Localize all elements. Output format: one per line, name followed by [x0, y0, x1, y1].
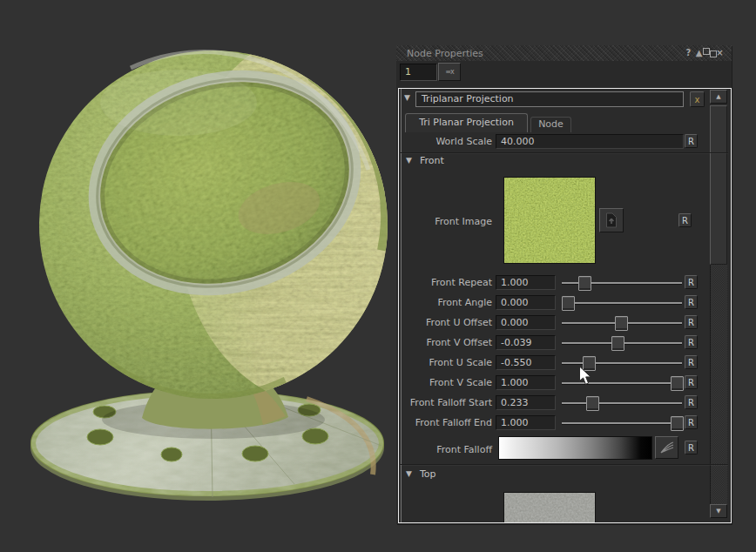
- slider-handle[interactable]: [611, 336, 624, 351]
- node-title-field[interactable]: Triplanar Projection: [415, 91, 684, 107]
- param-label: Front U Offset: [402, 315, 492, 330]
- slider-handle[interactable]: [615, 316, 628, 331]
- scroll-up-icon[interactable]: ▲: [710, 90, 727, 104]
- param-label: Front Falloff End: [402, 415, 492, 430]
- window-title: Node Properties: [396, 48, 483, 59]
- param-label: Front V Offset: [402, 335, 492, 350]
- slider-handle[interactable]: [671, 416, 684, 431]
- world-scale-field[interactable]: 40.000: [496, 134, 684, 149]
- param-slider[interactable]: [560, 295, 684, 310]
- reset-button[interactable]: R: [685, 134, 698, 148]
- top-collapse-icon[interactable]: ▼: [406, 469, 412, 478]
- triplanar-form-panel: ▼ Triplanar Projection x ▲ ▼ Tri Planar …: [398, 88, 732, 523]
- falloff-curve-icon[interactable]: [655, 436, 678, 459]
- top-section-label: Top: [420, 468, 436, 480]
- param-value-field[interactable]: 1.000: [496, 415, 556, 430]
- slider-handle[interactable]: [671, 376, 684, 391]
- filter-icon[interactable]: ≡x: [438, 63, 461, 81]
- top-image-thumbnail[interactable]: [503, 492, 596, 523]
- section-divider: [400, 464, 728, 465]
- reset-button[interactable]: R: [685, 395, 698, 409]
- front-collapse-icon[interactable]: ▼: [406, 156, 412, 165]
- param-label: Front Falloff Start: [402, 395, 492, 410]
- param-slider[interactable]: [560, 315, 684, 330]
- param-slider[interactable]: [560, 335, 684, 350]
- tab-node[interactable]: Node: [530, 117, 571, 132]
- preview-viewport[interactable]: [0, 0, 396, 552]
- world-scale-label: World Scale: [402, 134, 492, 149]
- mouse-cursor: [578, 366, 592, 386]
- section-divider: [400, 152, 728, 153]
- reset-button[interactable]: R: [678, 213, 692, 227]
- param-slider[interactable]: [560, 415, 684, 430]
- param-label: Front Repeat: [402, 275, 492, 290]
- reset-button[interactable]: R: [685, 355, 698, 369]
- param-label: Front Angle: [402, 295, 492, 310]
- node-index-field[interactable]: 1: [400, 64, 437, 81]
- param-value-field[interactable]: -0.039: [496, 335, 556, 350]
- param-value-field[interactable]: 0.000: [496, 295, 556, 310]
- restore-icon[interactable]: [705, 48, 714, 58]
- material-preview-render: [0, 0, 396, 552]
- param-label: Front V Scale: [402, 375, 492, 390]
- load-image-icon[interactable]: [599, 208, 624, 232]
- scroll-down-icon[interactable]: ▼: [710, 504, 727, 518]
- front-image-label: Front Image: [402, 214, 492, 229]
- window-titlebar[interactable]: Node Properties ? ▲ ×: [396, 45, 732, 61]
- param-value-field[interactable]: -0.550: [496, 355, 556, 370]
- reset-button[interactable]: R: [685, 335, 698, 349]
- slider-handle[interactable]: [578, 276, 591, 291]
- reset-button[interactable]: R: [685, 375, 698, 389]
- reset-button[interactable]: R: [685, 415, 698, 429]
- front-image-thumbnail[interactable]: [503, 177, 596, 264]
- param-slider[interactable]: [560, 275, 684, 290]
- remove-node-button[interactable]: x: [690, 91, 705, 107]
- param-value-field[interactable]: 1.000: [496, 375, 556, 390]
- titlebar-icons: ? ▲ ×: [684, 48, 732, 58]
- collapse-arrow-icon[interactable]: ▼: [404, 93, 410, 102]
- front-falloff-label: Front Falloff: [402, 442, 492, 457]
- close-icon[interactable]: ×: [715, 48, 725, 58]
- param-value-field[interactable]: 0.000: [496, 315, 556, 330]
- slider-handle[interactable]: [562, 296, 575, 311]
- reset-button[interactable]: R: [685, 441, 698, 454]
- slider-handle[interactable]: [586, 396, 599, 411]
- help-icon[interactable]: ?: [684, 48, 693, 58]
- reset-button[interactable]: R: [685, 315, 698, 329]
- reset-button[interactable]: R: [685, 295, 698, 309]
- reset-button[interactable]: R: [685, 275, 698, 289]
- scrollbar-thumb[interactable]: [710, 105, 727, 265]
- param-value-field[interactable]: 0.233: [496, 395, 556, 410]
- tab-tri-planar-projection[interactable]: Tri Planar Projection: [405, 113, 528, 132]
- param-slider[interactable]: [560, 395, 684, 410]
- front-section-label: Front: [420, 155, 444, 166]
- falloff-gradient-strip[interactable]: [498, 436, 652, 460]
- param-value-field[interactable]: 1.000: [496, 275, 556, 290]
- node-properties-window: Node Properties ? ▲ × 1 ≡x ▼ Triplanar P…: [396, 45, 732, 524]
- param-label: Front U Scale: [402, 355, 492, 370]
